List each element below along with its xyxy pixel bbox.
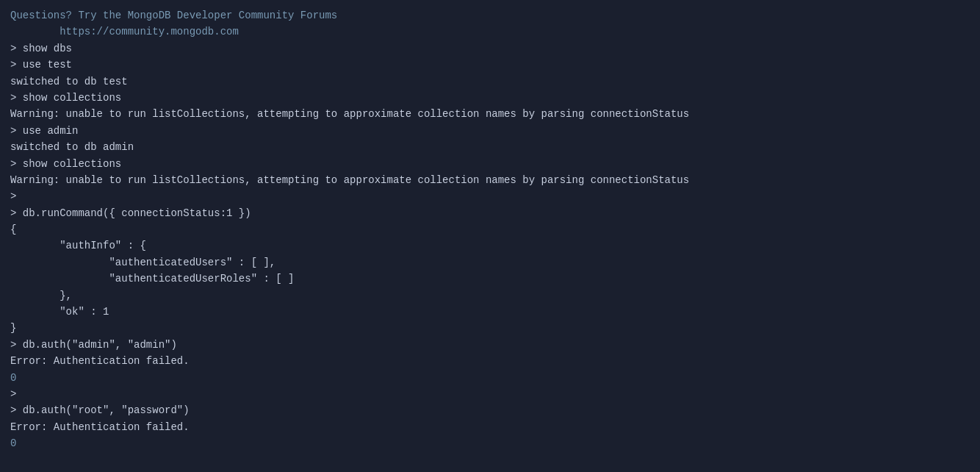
terminal-line-cmd-runcommand: > db.runCommand({ connectionStatus:1 }) bbox=[10, 205, 970, 221]
terminal-line-cmd-show-collections-2: > show collections bbox=[10, 156, 970, 172]
terminal-line-auth-users: "authenticatedUsers" : [ ], bbox=[10, 254, 970, 271]
terminal-line-empty-prompt-2: > bbox=[10, 386, 970, 402]
terminal-line-inner-brace-close: }, bbox=[10, 287, 970, 304]
terminal-line-auth-roles: "authenticatedUserRoles" : [ ] bbox=[10, 271, 970, 287]
terminal-line-ok: "ok" : 1 bbox=[10, 304, 970, 320]
terminal-line-auth-info-key: "authInfo" : { bbox=[10, 237, 970, 254]
terminal-line-zero-2: 0 bbox=[10, 435, 970, 451]
terminal-line-cmd-use-admin: > use admin bbox=[10, 123, 970, 139]
terminal-line-url: https://community.mongodb.com bbox=[10, 24, 970, 40]
terminal-line-switched-test: switched to db test bbox=[10, 74, 970, 90]
terminal: Questions? Try the MongoDB Developer Com… bbox=[10, 7, 970, 452]
terminal-line-cmd-auth-root: > db.auth("root", "password") bbox=[10, 402, 970, 418]
terminal-line-cmd-show-dbs: > show dbs bbox=[10, 40, 970, 57]
terminal-line-brace-open: { bbox=[10, 221, 970, 237]
terminal-line-zero-1: 0 bbox=[10, 370, 970, 386]
terminal-line-cmd-auth-admin: > db.auth("admin", "admin") bbox=[10, 337, 970, 353]
terminal-line-cmd-use-test: > use test bbox=[10, 57, 970, 73]
terminal-line-brace-close: } bbox=[10, 320, 970, 336]
terminal-line-switched-admin: switched to db admin bbox=[10, 139, 970, 155]
terminal-line-cmd-show-collections-1: > show collections bbox=[10, 90, 970, 106]
terminal-line-error-auth-admin: Error: Authentication failed. bbox=[10, 353, 970, 369]
terminal-line-warning-1: Warning: unable to run listCollections, … bbox=[10, 106, 970, 122]
terminal-line-questions: Questions? Try the MongoDB Developer Com… bbox=[10, 7, 970, 24]
terminal-line-empty-prompt-1: > bbox=[10, 188, 970, 204]
terminal-line-error-auth-root: Error: Authentication failed. bbox=[10, 419, 970, 435]
terminal-line-warning-2: Warning: unable to run listCollections, … bbox=[10, 172, 970, 188]
